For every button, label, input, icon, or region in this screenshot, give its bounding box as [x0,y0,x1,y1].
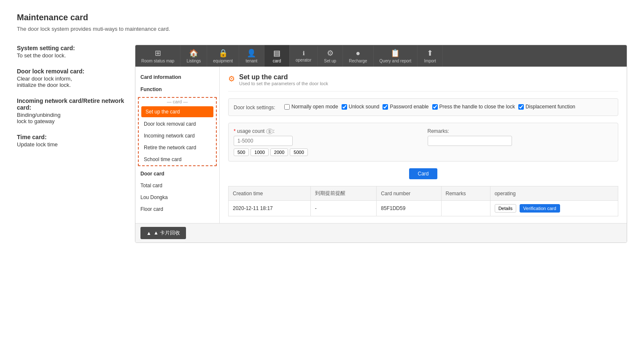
checkbox-displacement[interactable]: Displacement function [518,104,575,110]
cell-card-number: 85F1DD59 [377,201,441,216]
section-incoming-network: Incoming network card/Retire network car… [17,97,127,124]
nav-card[interactable]: ▤ card [264,45,290,67]
sidebar-item-floor-card[interactable]: Floor card [135,203,219,215]
content-panel: ⚙ Set up the card Used to set the parame… [220,67,627,223]
checkbox-press-handle[interactable]: Press the handle to close the lock [432,104,515,110]
bottom-bar: ▲ ▲ 卡片回收 [135,223,627,242]
nav-setup-label: Set up [324,59,336,63]
card-btn-row: Card [228,168,618,179]
details-button[interactable]: Details [495,204,517,213]
room-status-icon: ⊞ [155,48,161,58]
nav-tenant[interactable]: 👤 tenant [239,45,264,67]
cell-operating: Details Verification card [490,201,618,216]
nav-setup[interactable]: ⚙ Set up [318,45,343,67]
content-area: System setting card: To set the door loc… [17,45,627,243]
sidebar-item-function: Function [135,84,219,95]
tenant-icon: 👤 [247,48,256,58]
nav-listings[interactable]: 🏠 Listings [181,45,207,67]
section-door-lock-removal: Door lock removal card: Clear door lock … [17,68,127,88]
col-expiry-reminder: 到期提前提醒 [310,186,377,201]
usage-count-label: * usage count ①: [234,128,419,134]
nav-operator[interactable]: 𝐢 operator [290,46,318,66]
page-subtitle: The door lock system provides muti-ways … [17,26,627,32]
sidebar-item-setup-card[interactable]: Set up the card [141,106,213,117]
nav-room-status-label: Room status map [141,59,174,63]
required-star: * [234,128,236,134]
sidebar: Card information Function — card — Set u… [135,67,220,223]
checkbox-normally-open-input[interactable] [284,104,290,110]
sidebar-item-retire-network[interactable]: Retire the network card [139,142,216,154]
checkbox-displacement-label: Displacement function [525,104,575,110]
sidebar-item-total-card[interactable]: Total card [135,180,219,191]
door-lock-settings-row: Door lock settings: Normally open mode U… [228,98,618,116]
query-report-icon: 📋 [391,48,400,58]
page-container: Maintenance card The door lock system pr… [0,0,644,256]
listings-icon: 🏠 [189,48,198,58]
navbar: ⊞ Room status map 🏠 Listings 🔒 equipment… [135,45,627,67]
import-icon: ⬆ [427,48,433,58]
checkbox-press-handle-input[interactable] [432,104,438,110]
card-recycle-button[interactable]: ▲ ▲ 卡片回收 [140,227,186,239]
cell-creation-time: 2020-12-11 18:17 [229,201,311,216]
checkbox-press-handle-label: Press the handle to close the lock [439,104,515,110]
quick-btn-2000[interactable]: 2000 [270,148,288,156]
data-table: Creation time 到期提前提醒 Card number Remarks… [228,186,618,216]
nav-query-report[interactable]: 📋 Query and report [374,45,418,67]
usage-remarks-row: * usage count ①: 500 1000 2000 5000 [228,123,618,162]
verification-card-button[interactable]: Verification card [520,204,560,213]
section-desc-system: To set the door lock. [17,52,127,59]
section-time-card: Time card: Update lock time [17,134,127,148]
section-title-time: Time card: [17,134,127,140]
checkbox-password-enable-input[interactable] [383,104,388,110]
card-icon: ▤ [273,48,280,58]
setup-icon: ⚙ [327,48,334,58]
usage-count-input-row [234,136,419,146]
checkbox-unlock-sound-input[interactable] [342,104,347,110]
quick-btn-5000[interactable]: 5000 [290,148,307,156]
checkbox-normally-open[interactable]: Normally open mode [284,104,338,110]
sidebar-item-school-time[interactable]: School time card [139,154,216,165]
usage-count-input[interactable] [234,136,293,146]
nav-recharge[interactable]: ● Recharge [343,46,373,67]
nav-equipment[interactable]: 🔒 equipment [207,45,239,67]
section-title-system: System setting card: [17,45,127,51]
nav-room-status[interactable]: ⊞ Room status map [135,45,181,67]
nav-card-label: card [273,59,281,63]
card-recycle-label: ▲ 卡片回收 [154,229,180,237]
checkbox-password-enable[interactable]: Password enable [383,104,428,110]
panel-header-desc: Used to set the parameters of the door l… [239,81,328,86]
table-row: 2020-12-11 18:17 - 85F1DD59 Details Veri… [229,201,618,216]
col-operating: operating [490,186,618,201]
panel-header-title: Set up the card [239,73,328,81]
nav-operator-label: operator [296,58,311,62]
cell-remarks [441,201,490,216]
checkbox-password-enable-label: Password enable [390,104,428,110]
quick-btn-500[interactable]: 500 [234,148,249,156]
section-desc-time: Update lock time [17,141,127,148]
nav-import[interactable]: ⬆ Import [418,45,443,67]
remarks-input[interactable] [428,136,512,146]
section-title-network: Incoming network card/Retire network car… [17,97,127,111]
sidebar-item-incoming-network[interactable]: Incoming network card [139,130,216,142]
checkbox-unlock-sound[interactable]: Unlock sound [342,104,380,110]
nav-equipment-label: equipment [213,59,233,63]
nav-query-report-label: Query and report [380,59,412,63]
sidebar-item-door-card[interactable]: Door card [135,168,219,180]
right-panel: ⊞ Room status map 🏠 Listings 🔒 equipment… [135,45,627,243]
settings-checkboxes: Normally open mode Unlock sound Password… [284,104,575,110]
left-panel: System setting card: To set the door loc… [17,45,135,243]
section-desc-network: Binding/unbindinglock to gateway [17,112,127,124]
section-title-removal: Door lock removal card: [17,68,127,75]
sidebar-item-door-lock-removal[interactable]: Door lock removal card [139,118,216,130]
recycle-icon: ▲ [146,230,151,236]
card-button[interactable]: Card [409,168,437,179]
panel-header: ⚙ Set up the card Used to set the parame… [228,73,618,92]
panel-header-text: Set up the card Used to set the paramete… [239,73,328,86]
quick-btn-1000[interactable]: 1000 [251,148,268,156]
sidebar-item-card-label: — card — [139,98,216,105]
main-content: Card information Function — card — Set u… [135,67,627,223]
sidebar-section-title: Card information [135,71,219,84]
checkbox-displacement-input[interactable] [518,104,524,110]
sidebar-item-lou-dongka[interactable]: Lou Dongka [135,191,219,203]
remarks-label: Remarks: [428,128,613,134]
